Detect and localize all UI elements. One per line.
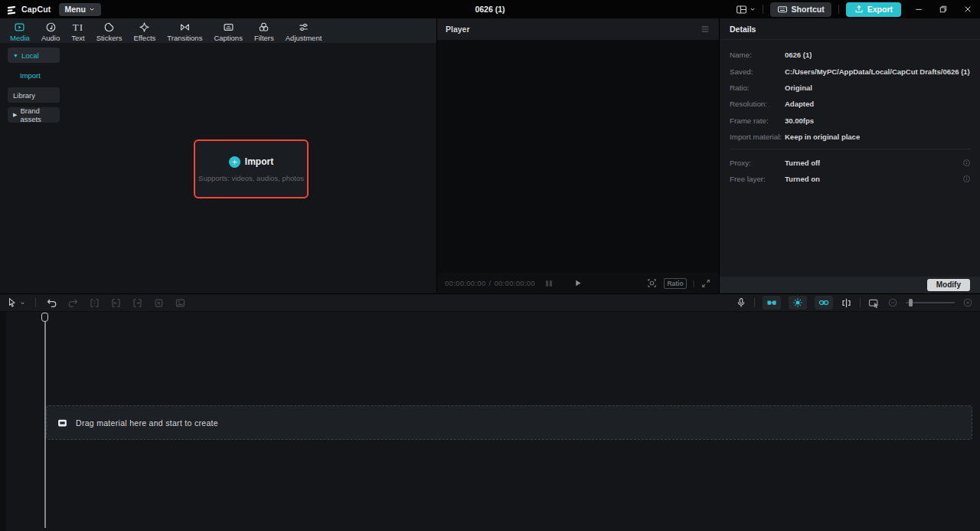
play-button[interactable] — [574, 279, 583, 287]
caret-down-icon: ▼ — [13, 53, 18, 58]
menu-button[interactable]: Menu — [59, 3, 101, 16]
player-menu-icon[interactable] — [700, 24, 710, 34]
timecode-display-icon[interactable] — [544, 279, 554, 288]
media-icon — [14, 21, 25, 33]
total-time: 00:00:00:00 — [494, 279, 535, 287]
details-panel: Details Name:0626 (1) Saved:C:/Users/MyP… — [720, 18, 980, 293]
zoom-in-button[interactable] — [962, 297, 973, 308]
delete-left-button[interactable] — [110, 297, 122, 309]
auto-ripple-toggle[interactable] — [789, 296, 807, 310]
zoom-out-button[interactable] — [887, 297, 898, 308]
record-voiceover-button[interactable] — [736, 297, 746, 308]
playhead-handle[interactable] — [41, 313, 48, 322]
tab-transitions[interactable]: Transitions — [167, 21, 202, 42]
fullscreen-icon[interactable] — [701, 278, 711, 289]
tab-text[interactable]: TI Text — [71, 21, 84, 42]
sidebar-item-local[interactable]: ▼ Local — [8, 48, 60, 63]
cursor-tool-button[interactable] — [7, 297, 25, 308]
slider-track — [906, 302, 955, 303]
captions-icon — [223, 21, 234, 33]
timeline-tracks[interactable]: Drag material here and start to create — [0, 312, 980, 531]
track-header-gutter — [0, 312, 6, 531]
import-dropzone[interactable]: Import Supports: videos, audios, photos — [194, 139, 309, 198]
adjustment-icon — [298, 21, 309, 33]
info-icon[interactable] — [962, 159, 971, 167]
detail-row-ratio: Ratio:Original — [730, 80, 971, 96]
app-logo: CapCut — [0, 4, 59, 15]
current-time: 00:00:00:00 — [445, 279, 486, 287]
timeline-panel: Drag material here and start to create — [0, 293, 980, 531]
filters-icon — [258, 21, 270, 33]
close-button[interactable] — [963, 5, 972, 14]
empty-track-dropzone[interactable]: Drag material here and start to create — [46, 405, 972, 440]
tab-media[interactable]: Media — [10, 21, 30, 42]
slider-handle[interactable] — [909, 299, 913, 306]
tab-adjustment[interactable]: Adjustment — [286, 21, 322, 42]
mask-button[interactable] — [175, 297, 186, 309]
delete-button[interactable] — [153, 297, 165, 309]
modify-button[interactable]: Modify — [927, 279, 970, 291]
media-clip-icon — [57, 418, 68, 428]
transitions-icon — [179, 21, 191, 33]
ratio-button[interactable]: Ratio — [664, 278, 686, 289]
divider — [763, 5, 763, 14]
timeline-zoom-slider[interactable] — [906, 299, 955, 306]
detail-row-frame-rate: Frame rate:30.00fps — [730, 113, 971, 129]
tab-stickers[interactable]: Stickers — [96, 21, 122, 42]
minimize-button[interactable] — [914, 5, 923, 14]
chevron-down-icon — [89, 6, 95, 12]
effects-icon — [139, 21, 150, 33]
import-button-label: Import — [245, 156, 273, 167]
restore-button[interactable] — [939, 5, 948, 14]
chevron-down-icon[interactable] — [20, 300, 25, 306]
tab-filters[interactable]: Filters — [254, 21, 274, 42]
layout-switcher[interactable] — [736, 4, 756, 15]
detail-row-resolution: Resolution:Adapted — [730, 96, 971, 112]
undo-button[interactable] — [46, 297, 57, 309]
player-panel: Player 00:00:00:00 / 00:00:00:00 — [436, 18, 720, 293]
magnetic-snap-toggle[interactable] — [763, 296, 781, 310]
redo-button[interactable] — [67, 297, 79, 309]
split-button[interactable] — [89, 297, 100, 309]
keyboard-icon — [777, 4, 788, 15]
details-title: Details — [730, 25, 756, 34]
player-viewport — [437, 40, 719, 273]
adjust-cover-button[interactable] — [868, 297, 880, 309]
preview-axis-button[interactable] — [841, 297, 852, 309]
caret-right-icon: ▶ — [13, 112, 17, 118]
export-button[interactable]: Export — [846, 2, 901, 17]
info-icon[interactable] — [962, 175, 971, 183]
brand-name: CapCut — [21, 5, 51, 14]
linking-toggle[interactable] — [815, 296, 833, 310]
divider — [730, 149, 971, 149]
fit-preview-icon[interactable] — [646, 277, 658, 289]
divider — [838, 5, 839, 14]
stickers-icon — [103, 21, 115, 33]
delete-right-button[interactable] — [132, 297, 143, 309]
text-icon: TI — [73, 21, 83, 33]
sidebar-item-library[interactable]: Library — [8, 87, 60, 103]
detail-row-proxy: Proxy:Turned off — [730, 154, 971, 170]
timeline-toolbar — [0, 294, 980, 312]
divider — [35, 298, 36, 307]
tab-audio[interactable]: Audio — [41, 21, 60, 42]
layout-icon — [736, 4, 747, 15]
cursor-icon — [7, 297, 18, 308]
shortcut-button[interactable]: Shortcut — [770, 2, 831, 17]
sidebar-item-brand-assets[interactable]: ▶ Brand assets — [8, 107, 60, 123]
tab-effects[interactable]: Effects — [133, 21, 155, 42]
export-icon — [854, 5, 864, 14]
timecode: 00:00:00:00 / 00:00:00:00 — [445, 279, 554, 288]
detail-row-free-layer: Free layer:Turned on — [730, 171, 971, 187]
import-hint: Supports: videos, audios, photos — [198, 174, 304, 182]
media-content: Import Supports: videos, audios, photos — [66, 43, 436, 293]
sidebar-item-import[interactable]: Import — [8, 67, 60, 83]
media-tabbar: Media Audio TI Text — [0, 18, 436, 43]
capcut-logo-icon — [6, 4, 18, 15]
plus-icon — [229, 156, 240, 168]
media-panel: Media Audio TI Text — [0, 18, 436, 293]
audio-icon — [45, 21, 57, 33]
tab-captions[interactable]: Captions — [214, 21, 243, 42]
detail-row-saved: Saved:C:/Users/MyPC/AppData/Local/CapCut… — [730, 63, 971, 79]
player-controls: 00:00:00:00 / 00:00:00:00 R — [437, 273, 719, 293]
